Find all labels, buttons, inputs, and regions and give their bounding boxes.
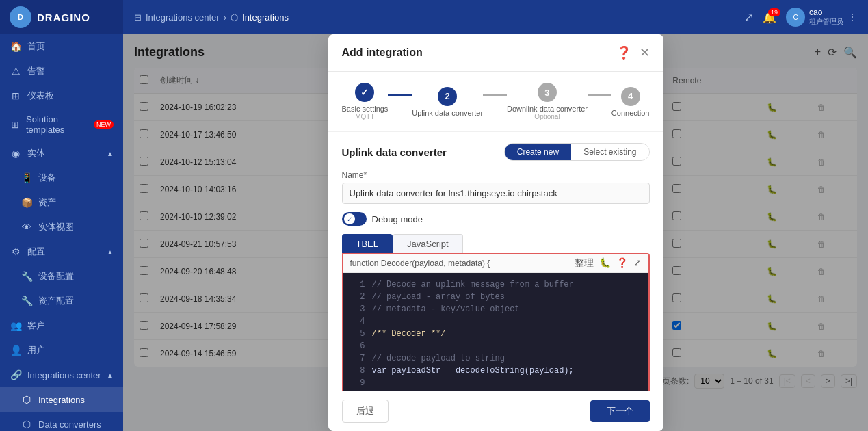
code-area[interactable]: 1// Decode an uplink message from a buff… — [343, 273, 648, 391]
step-1: ✓ Basic settings MQTT — [342, 83, 389, 120]
section-title-row: Uplink data converter Create new Select … — [342, 143, 650, 161]
sidebar-item-label: Data converters — [38, 419, 101, 430]
bug-icon[interactable]: 🐛 — [599, 257, 611, 270]
sidebar-item-label: 设备配置 — [38, 270, 74, 283]
steps-indicator: ✓ Basic settings MQTT 2 Uplink data conv… — [328, 72, 663, 132]
user-details: cao 租户管理员 — [809, 8, 843, 27]
create-new-tab[interactable]: Create new — [505, 144, 571, 160]
user-menu[interactable]: C cao 租户管理员 ⋮ — [786, 8, 857, 27]
sidebar-item-asset[interactable]: 📦 资产 — [0, 190, 123, 215]
sidebar-item-entity[interactable]: ◉ 实体 ▲ — [0, 141, 123, 166]
sidebar-item-label: 配置 — [27, 246, 45, 258]
step-2: 2 Uplink data converter — [412, 87, 483, 117]
user-avatar: C — [786, 8, 805, 27]
sidebar-item-label: 资产 — [38, 196, 56, 209]
dialog-header: Add integration ❓ ✕ — [328, 34, 663, 72]
sidebar-item-label: 资产配置 — [38, 295, 74, 307]
content-area: Integrations + ⟳ 🔍 创建时间 ↓ N Daily activi… — [123, 34, 868, 431]
line-number: 9 — [349, 377, 365, 389]
config-icon: ⚙ — [10, 246, 22, 258]
svg-text:D: D — [18, 13, 23, 21]
sidebar-item-label: 告警 — [27, 65, 45, 77]
step-2-label: Uplink data converter — [412, 109, 483, 117]
sidebar-item-solution[interactable]: ⊞ Solution templates NEW — [0, 108, 123, 141]
line-content: /** Decoder **/ — [372, 328, 446, 340]
line-content: // payload - array of bytes — [372, 291, 505, 303]
line-content: var payloadStr = decodeToString(payload)… — [372, 365, 574, 377]
close-icon[interactable]: ✕ — [640, 47, 650, 59]
code-function-label: function Decoder(payload, metadata) { — [350, 259, 490, 268]
code-editor-topbar: function Decoder(payload, metadata) { 整理… — [343, 254, 648, 273]
line-content: // decode payload to string — [372, 352, 505, 365]
sidebar-item-user[interactable]: 👤 用户 — [0, 338, 123, 363]
back-button[interactable]: 后退 — [342, 400, 389, 423]
help-code-icon[interactable]: ❓ — [616, 257, 628, 270]
code-line: 9 — [349, 377, 643, 389]
sidebar-item-entityview[interactable]: 👁 实体视图 — [0, 215, 123, 239]
sidebar-item-assetconfig[interactable]: 🔧 资产配置 — [0, 289, 123, 313]
name-label: Name* — [342, 170, 650, 180]
code-line: 4 — [349, 315, 643, 328]
create-existing-tabs: Create new Select existing — [504, 143, 650, 161]
debug-toggle[interactable] — [342, 212, 367, 226]
help-icon[interactable]: ❓ — [616, 45, 631, 60]
dialog-body: Uplink data converter Create new Select … — [328, 132, 663, 391]
sidebar-item-label: 实体视图 — [38, 221, 74, 233]
sidebar-item-integrations[interactable]: ⬡ Integrations — [0, 387, 123, 412]
sidebar-item-home[interactable]: 🏠 首页 — [0, 34, 123, 59]
code-editor-wrapper: function Decoder(payload, metadata) { 整理… — [342, 253, 650, 391]
javascript-tab[interactable]: JavaScript — [393, 234, 463, 253]
solution-icon: ⊞ — [10, 118, 21, 131]
line-number: 1 — [349, 278, 365, 291]
sidebar-item-deviceconfig[interactable]: 🔧 设备配置 — [0, 264, 123, 289]
code-line: 8var payloadStr = decodeToString(payload… — [349, 365, 643, 377]
next-button[interactable]: 下一个 — [590, 400, 650, 422]
breadcrumb-icon-2: ⬡ — [231, 12, 238, 23]
debug-label: Debug mode — [372, 214, 423, 224]
entityview-icon: 👁 — [21, 221, 33, 233]
sidebar-item-dataconverters[interactable]: ⬡ Data converters — [0, 412, 123, 431]
sidebar-item-customer[interactable]: 👥 客户 — [0, 313, 123, 338]
entity-icon: ◉ — [10, 147, 22, 159]
sidebar-item-label: Solution templates — [26, 114, 91, 135]
bell-icon[interactable]: 🔔 19 — [763, 11, 776, 24]
sidebar-item-label: 首页 — [27, 40, 45, 53]
integrations-icon: 🔗 — [10, 369, 22, 381]
sidebar-item-label: Integrations — [38, 395, 85, 405]
arrow-icon: ▲ — [107, 150, 114, 157]
step-3: 3 Downlink data converter Optional — [507, 83, 588, 120]
sidebar-item-dashboard[interactable]: ⊞ 仪表板 — [0, 83, 123, 108]
sidebar-item-device[interactable]: 📱 设备 — [0, 166, 123, 190]
sidebar-item-config[interactable]: ⚙ 配置 ▲ — [0, 239, 123, 264]
topbar: ⊟ Integrations center › ⬡ Integrations ⤢… — [123, 0, 868, 34]
svg-text:C: C — [793, 14, 798, 21]
line-number: 5 — [349, 328, 365, 340]
topbar-actions: ⤢ 🔔 19 C cao 租户管理员 ⋮ — [744, 8, 857, 27]
step-1-circle: ✓ — [355, 83, 374, 102]
sidebar-item-label: 实体 — [27, 147, 45, 159]
step-2-circle: 2 — [438, 87, 457, 106]
logo: D DRAGINO — [0, 0, 123, 34]
code-line: 5/** Decoder **/ — [349, 328, 643, 340]
user-icon: 👤 — [10, 344, 22, 356]
name-input[interactable] — [342, 183, 650, 204]
dialog-title: Add integration — [342, 47, 616, 59]
sidebar-item-alert[interactable]: ⚠ 告警 — [0, 59, 123, 83]
fullscreen-icon[interactable]: ⤢ — [744, 11, 753, 24]
expand-icon[interactable]: ⤢ — [633, 257, 642, 270]
sidebar: D DRAGINO 🏠 首页 ⚠ 告警 ⊞ 仪表板 ⊞ Solution tem… — [0, 0, 123, 431]
format-icon[interactable]: 整理 — [575, 257, 594, 270]
home-icon: 🏠 — [10, 40, 22, 53]
sidebar-item-integrations-center[interactable]: 🔗 Integrations center ▲ — [0, 363, 123, 387]
more-icon[interactable]: ⋮ — [847, 12, 857, 23]
deviceconfig-icon: 🔧 — [21, 270, 33, 283]
notification-badge: 19 — [768, 8, 780, 16]
sidebar-item-label: 设备 — [38, 172, 56, 184]
asset-icon: 📦 — [21, 196, 33, 209]
line-content: // Decode an uplink message from a buffe… — [372, 278, 574, 291]
step-line-2 — [483, 94, 507, 96]
select-existing-tab[interactable]: Select existing — [571, 144, 648, 160]
tbel-tab[interactable]: TBEL — [342, 234, 393, 253]
sidebar-item-label: 仪表板 — [27, 90, 54, 102]
breadcrumb-separator: › — [224, 12, 226, 23]
